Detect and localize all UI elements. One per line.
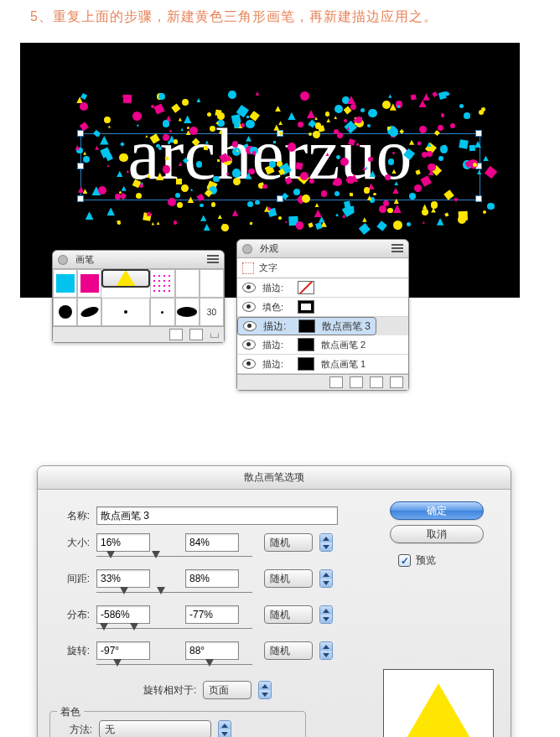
handle-tl[interactable] [77, 130, 84, 137]
panel-menu-icon[interactable] [207, 255, 219, 265]
brush-yellow-triangle[interactable] [101, 269, 150, 288]
visibility-icon[interactable] [242, 359, 256, 369]
param-slider[interactable] [96, 553, 252, 561]
delete-brush-icon[interactable] [189, 329, 203, 340]
tint-method-select[interactable]: 无 [99, 720, 211, 737]
param-max-field[interactable] [185, 569, 239, 588]
param-stepper[interactable] [319, 569, 333, 588]
rotate-relative-label: 旋转相对于: [143, 683, 196, 698]
dialog-title: 散点画笔选项 [38, 466, 511, 490]
param-stepper[interactable] [319, 605, 333, 624]
param-max-field[interactable] [185, 605, 239, 624]
appearance-row[interactable]: 填色: [237, 298, 408, 317]
brush-empty-2[interactable] [200, 269, 224, 298]
appearance-panel[interactable]: 外观 文字 描边: 填色: 描边: 散点画笔 3 描边: 散点画笔 2 描边: … [236, 239, 409, 391]
brush-small[interactable] [150, 298, 174, 326]
param-slider[interactable] [96, 661, 252, 669]
param-stepper[interactable] [319, 641, 333, 660]
color-swatch[interactable] [298, 338, 314, 351]
tint-method-stepper[interactable] [218, 720, 231, 737]
appearance-target-text: 文字 [259, 262, 277, 274]
param-stepper[interactable] [319, 533, 333, 552]
param-min-field[interactable] [96, 569, 150, 588]
visibility-icon[interactable] [243, 321, 257, 331]
scatter-brush-dialog: 散点画笔选项 确定 取消 ✓ 预览 名称: 大小: 随机 间距: [37, 465, 511, 737]
brushes-panel-title[interactable]: 画笔 [53, 251, 224, 269]
row-label: 描边: [262, 282, 291, 294]
brush-dot[interactable] [101, 298, 150, 326]
param-label: 分布: [49, 608, 90, 622]
brush-oval-lg[interactable] [175, 298, 200, 326]
color-swatch[interactable] [298, 300, 314, 314]
visibility-icon[interactable] [242, 340, 256, 350]
handle-tm[interactable] [277, 130, 283, 137]
param-min-field[interactable] [96, 605, 150, 624]
brushes-panel-footer: ⌴ [53, 326, 224, 342]
param-label: 间距: [49, 572, 90, 586]
color-swatch[interactable] [298, 319, 315, 333]
canvas-preview: // placeholder — real confetti drawn bel… [20, 43, 520, 298]
param-mode-select[interactable]: 随机 [264, 569, 313, 588]
param-min-field[interactable] [96, 641, 150, 660]
fx-icon[interactable] [370, 376, 383, 388]
triangle-preview-icon [391, 683, 485, 737]
visibility-icon[interactable] [242, 283, 256, 293]
new-stroke-icon[interactable] [350, 376, 363, 388]
color-swatch[interactable] [298, 357, 314, 371]
param-slider[interactable] [96, 625, 252, 633]
appearance-title[interactable]: 外观 [237, 240, 408, 258]
param-min-field[interactable] [96, 533, 150, 552]
appearance-row[interactable]: 描边: 散点画笔 1 [237, 355, 408, 374]
appearance-row[interactable]: 描边: 散点画笔 3 [237, 317, 376, 335]
preview-checkbox[interactable]: ✓ [398, 554, 411, 567]
handle-rm[interactable] [475, 163, 482, 169]
name-field[interactable] [96, 506, 338, 525]
brush-preview [383, 669, 494, 737]
brushes-title-text: 画笔 [75, 253, 94, 266]
resize-grip-icon[interactable]: ⌴ [210, 330, 219, 340]
row-text: 散点画笔 3 [322, 319, 371, 334]
new-fill-icon[interactable] [329, 376, 343, 388]
handle-lm[interactable] [77, 163, 84, 169]
row-label: 描边: [262, 358, 291, 371]
ok-button[interactable]: 确定 [390, 501, 484, 520]
handle-br[interactable] [475, 195, 482, 202]
text-target-icon [242, 262, 254, 274]
name-label: 名称: [49, 509, 90, 523]
rotate-relative-stepper[interactable] [258, 681, 272, 699]
param-label: 大小: [49, 536, 90, 550]
param-mode-select[interactable]: 随机 [264, 605, 313, 624]
param-max-field[interactable] [185, 641, 239, 660]
step-instruction: 5、重复上面的步骤，新建黄色三角形画笔，再新建描边应用之。 [0, 0, 560, 31]
brush-empty-1[interactable] [175, 269, 200, 298]
rotate-relative-select[interactable]: 页面 [203, 681, 251, 699]
param-max-field[interactable] [185, 533, 239, 552]
param-mode-select[interactable]: 随机 [264, 533, 313, 552]
handle-bl[interactable] [77, 195, 84, 202]
new-brush-icon[interactable] [169, 329, 183, 340]
cancel-button[interactable]: 取消 [390, 525, 484, 543]
brush-magenta[interactable] [77, 269, 101, 298]
brush-30[interactable]: 30 [200, 298, 224, 326]
param-slider[interactable] [96, 589, 252, 597]
handle-tr[interactable] [475, 130, 482, 137]
row-label: 描边: [263, 319, 292, 334]
row-label: 填色: [262, 301, 291, 314]
preview-label: 预览 [416, 553, 436, 568]
brush-oval[interactable] [77, 298, 101, 326]
brush-cyan[interactable] [53, 269, 77, 298]
row-text: 散点画笔 1 [321, 358, 366, 371]
color-swatch[interactable] [298, 281, 314, 294]
appearance-target-row: 文字 [237, 258, 408, 278]
trash-icon[interactable] [390, 376, 403, 388]
brushes-panel[interactable]: 画笔 30 ⌴ [52, 250, 225, 343]
appearance-row[interactable]: 描边: [237, 278, 408, 298]
panel-menu-icon[interactable] [391, 244, 403, 254]
brush-circle[interactable] [53, 298, 77, 326]
brush-multi[interactable] [150, 269, 174, 298]
visibility-icon[interactable] [242, 302, 256, 312]
brush-grid: 30 [53, 269, 224, 326]
handle-bm[interactable] [277, 195, 283, 202]
param-mode-select[interactable]: 随机 [264, 641, 313, 660]
appearance-row[interactable]: 描边: 散点画笔 2 [237, 335, 408, 355]
